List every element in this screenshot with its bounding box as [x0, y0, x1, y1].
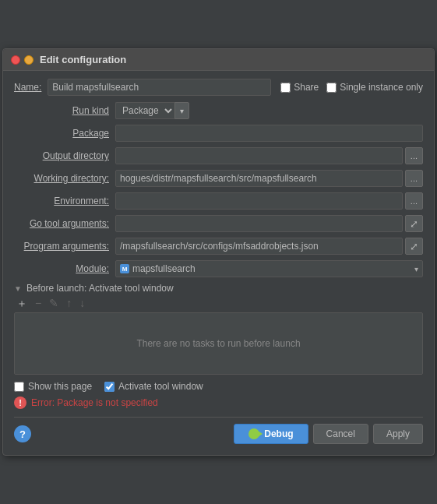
module-label: Module: [14, 263, 115, 274]
package-label: Package [14, 128, 115, 139]
module-value: mapsfullsearch [132, 263, 196, 274]
program-args-expand-btn[interactable]: ⤢ [405, 238, 423, 255]
move-task-down-btn[interactable]: ↓ [77, 297, 87, 309]
go-tool-args-row: Go tool arguments: ⤢ [14, 215, 423, 232]
activate-tool-checkbox-label[interactable]: Activate tool window [104, 381, 203, 392]
name-input[interactable] [48, 79, 271, 96]
activate-tool-checkbox[interactable] [104, 382, 115, 392]
go-tool-args-expand-btn[interactable]: ⤢ [405, 215, 423, 232]
run-kind-select[interactable]: Package [115, 102, 174, 119]
error-message: Error: Package is not specified [31, 397, 158, 408]
before-launch-label: Before launch: Activate tool window [26, 283, 174, 294]
before-launch-section: ▼ Before launch: Activate tool window ＋ … [14, 283, 423, 375]
move-task-up-btn[interactable]: ↑ [64, 297, 74, 309]
no-tasks-text: There are no tasks to run before launch [136, 338, 300, 349]
environment-row: Environment: ... [14, 192, 423, 210]
error-row: ! Error: Package is not specified [14, 397, 423, 409]
name-row: Name: Share Single instance only [14, 79, 423, 96]
module-select-group[interactable]: M mapsfullsearch ▾ [115, 260, 423, 277]
output-dir-browse-btn[interactable]: ... [405, 147, 423, 164]
tasks-empty-area: There are no tasks to run before launch [14, 312, 423, 375]
dialog-title: Edit configuration [40, 54, 126, 65]
share-checkbox-group: Share [280, 82, 319, 93]
program-args-label: Program arguments: [14, 241, 115, 252]
go-tool-args-input-group: ⤢ [115, 215, 423, 232]
environment-browse-btn[interactable]: ... [405, 192, 423, 210]
go-tool-args-label: Go tool arguments: [14, 218, 115, 229]
help-button[interactable]: ? [14, 425, 31, 442]
program-args-input-group: ⤢ [115, 238, 423, 255]
module-icon: M [120, 264, 129, 273]
activate-tool-label: Activate tool window [118, 381, 203, 392]
environment-input-group: ... [115, 192, 423, 210]
single-instance-group: Single instance only [326, 82, 423, 93]
apply-button[interactable]: Apply [373, 424, 423, 444]
share-label[interactable]: Share [294, 82, 319, 93]
show-page-checkbox[interactable] [14, 382, 24, 392]
working-dir-browse-btn[interactable]: ... [405, 170, 423, 187]
collapse-triangle-icon: ▼ [14, 284, 22, 293]
title-bar: Edit configuration [3, 49, 434, 71]
show-page-label: Show this page [28, 381, 92, 392]
close-button[interactable] [11, 55, 20, 65]
name-label: Name: [14, 82, 41, 93]
single-instance-checkbox[interactable] [326, 83, 337, 93]
add-task-btn[interactable]: ＋ [14, 297, 30, 309]
remove-task-btn[interactable]: − [33, 297, 44, 309]
edit-task-btn[interactable]: ✎ [47, 297, 61, 309]
before-launch-header[interactable]: ▼ Before launch: Activate tool window [14, 283, 423, 294]
program-args-row: Program arguments: ⤢ [14, 238, 423, 255]
run-kind-row: Run kind Package ▾ [14, 102, 423, 119]
program-args-input[interactable] [115, 238, 403, 255]
single-instance-label[interactable]: Single instance only [340, 82, 423, 93]
action-buttons-group: Debug Cancel Apply [234, 424, 423, 444]
output-dir-input-group: ... [115, 147, 423, 164]
minimize-button[interactable] [24, 55, 33, 65]
working-dir-label: Working directory: [14, 173, 115, 184]
working-dir-input[interactable] [115, 170, 403, 187]
run-kind-dropdown-btn[interactable]: ▾ [174, 102, 189, 119]
edit-config-dialog: Edit configuration Name: Share Single in… [2, 48, 435, 456]
module-row: Module: M mapsfullsearch ▾ [14, 260, 423, 277]
package-row: Package [14, 125, 423, 142]
environment-input[interactable] [115, 192, 403, 210]
show-page-checkbox-label[interactable]: Show this page [14, 381, 92, 392]
window-controls [11, 55, 33, 65]
options-row: Show this page Activate tool window [14, 381, 423, 392]
run-kind-select-group: Package ▾ [115, 102, 189, 119]
package-input[interactable] [115, 125, 423, 142]
debug-label: Debug [264, 428, 293, 439]
before-launch-toolbar: ＋ − ✎ ↑ ↓ [14, 297, 423, 309]
module-dropdown-arrow[interactable]: ▾ [414, 265, 418, 273]
output-dir-input[interactable] [115, 147, 403, 164]
go-tool-args-input[interactable] [115, 215, 403, 232]
debug-button[interactable]: Debug [234, 424, 308, 444]
dialog-buttons-row: ? Debug Cancel Apply [14, 417, 423, 447]
share-checkbox[interactable] [280, 83, 291, 93]
error-icon: ! [14, 397, 26, 409]
working-dir-row: Working directory: ... [14, 170, 423, 187]
working-dir-input-group: ... [115, 170, 423, 187]
output-dir-row: Output directory ... [14, 147, 423, 164]
environment-label: Environment: [14, 196, 115, 206]
dialog-content: Name: Share Single instance only Run kin… [3, 71, 434, 455]
run-kind-label: Run kind [14, 105, 115, 116]
output-dir-label: Output directory [14, 150, 115, 161]
cancel-button[interactable]: Cancel [313, 424, 368, 444]
debug-icon [248, 428, 259, 439]
